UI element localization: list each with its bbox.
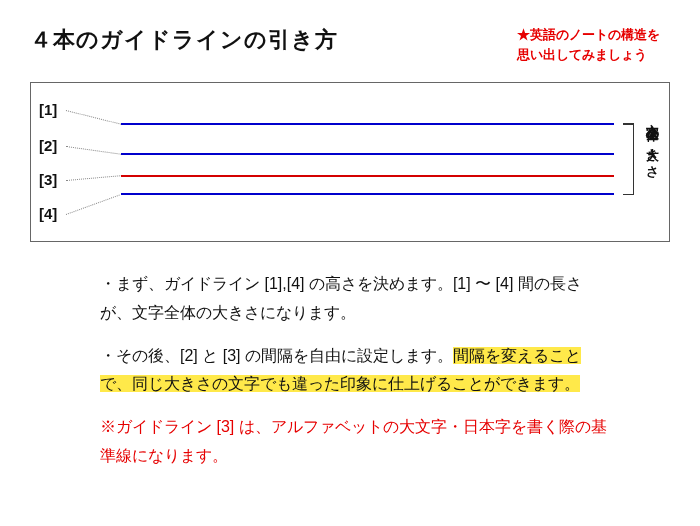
note-line2: 思い出してみましょう: [517, 47, 647, 62]
paragraph-1: ・まず、ガイドライン [1],[4] の高さを決めます。[1] 〜 [4] 間の…: [100, 270, 610, 328]
guideline-3: [121, 175, 614, 177]
label-2: [2]: [39, 137, 57, 154]
note-line1: ★英語のノートの構造を: [517, 27, 660, 42]
connector-4: [66, 195, 120, 215]
size-bracket: [624, 123, 634, 195]
paragraph-3: ※ガイドライン [3] は、アルファベットの大文字・日本字を書く際の基準線になり…: [100, 413, 610, 471]
connector-2: [66, 146, 122, 155]
guideline-2: [121, 153, 614, 155]
guideline-4: [121, 193, 614, 195]
label-4: [4]: [39, 205, 57, 222]
bracket-label: 文字全体の大きさ: [643, 113, 661, 174]
header-note: ★英語のノートの構造を 思い出してみましょう: [517, 25, 660, 64]
guideline-diagram: [1] [2] [3] [4] 文字全体の大きさ: [30, 82, 670, 242]
connector-1: [66, 110, 122, 125]
label-3: [3]: [39, 171, 57, 188]
connector-3: [66, 175, 122, 181]
lines-area: [121, 83, 614, 241]
label-1: [1]: [39, 101, 57, 118]
body-text: ・まず、ガイドライン [1],[4] の高さを決めます。[1] 〜 [4] 間の…: [100, 270, 610, 471]
paragraph-2: ・その後、[2] と [3] の間隔を自由に設定します。間隔を変えることで、同じ…: [100, 342, 610, 400]
page-title: ４本のガイドラインの引き方: [30, 25, 338, 55]
para2-plain: ・その後、[2] と [3] の間隔を自由に設定します。: [100, 347, 453, 364]
guideline-1: [121, 123, 614, 125]
diagram-frame: [1] [2] [3] [4] 文字全体の大きさ: [30, 82, 670, 242]
